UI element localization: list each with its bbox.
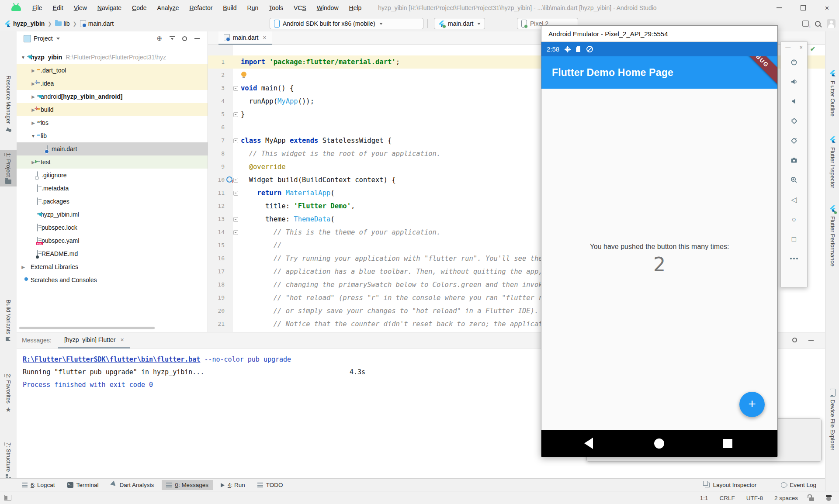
caret-position[interactable]: 1:1 xyxy=(700,495,708,501)
more-icon[interactable] xyxy=(790,254,798,263)
overview-icon[interactable]: □ xyxy=(790,235,798,243)
volume-up-icon[interactable] xyxy=(790,77,798,86)
stripe-tab-device-file-explorer[interactable]: Device File Explorer xyxy=(825,389,839,450)
menu-vcs[interactable]: VCS xyxy=(288,4,312,11)
menu-code[interactable]: Code xyxy=(127,4,152,11)
tree-row-external-libraries[interactable]: ▶External Libraries xyxy=(17,260,208,273)
rotate-right-icon[interactable] xyxy=(790,136,798,145)
line-endings[interactable]: CRLF xyxy=(719,495,735,501)
back-icon[interactable] xyxy=(584,438,593,449)
menu-refactor[interactable]: Refactor xyxy=(184,4,218,11)
breadcrumb-lib[interactable]: lib xyxy=(64,20,70,27)
tree-row-hyzp-yibin[interactable]: ▼hyzp_yibin R:\FlutterProject\FlutterPro… xyxy=(17,51,208,64)
line-number[interactable]: 14 xyxy=(208,226,225,239)
override-marker-icon[interactable] xyxy=(226,176,232,183)
tool-window-switcher-icon[interactable] xyxy=(4,495,11,501)
unlock-icon[interactable] xyxy=(809,497,814,501)
tab-main-dart[interactable]: main.dart × xyxy=(218,31,272,45)
toolwindow-dart-analysis[interactable]: Dart Analysis xyxy=(107,480,159,490)
menu-view[interactable]: View xyxy=(69,4,92,11)
tree-down-arrow-icon[interactable]: ▼ xyxy=(29,134,37,138)
close-tab-icon[interactable]: × xyxy=(263,34,266,41)
toolwindow-event-log[interactable]: Event Log xyxy=(777,480,821,490)
emulator-title-bar[interactable]: Android Emulator - Pixel_2_API_29:5554 xyxy=(541,26,777,42)
profile-avatar[interactable] xyxy=(827,19,836,28)
run-config-combo[interactable]: main.dart xyxy=(434,18,485,29)
fold-marker-icon[interactable] xyxy=(233,191,238,196)
toolwindow-0-messages[interactable]: 0: Messages xyxy=(162,480,213,490)
tree-row-main-dart[interactable]: main.dart xyxy=(17,142,208,155)
zoom-icon[interactable] xyxy=(790,176,798,184)
line-number[interactable]: 19 xyxy=(208,291,225,304)
indent-setting[interactable]: 2 spaces xyxy=(774,495,798,501)
menu-edit[interactable]: Edit xyxy=(48,4,69,11)
breadcrumb-project[interactable]: hyzp_yibin xyxy=(13,20,45,27)
tree-right-arrow-icon[interactable]: ▶ xyxy=(29,94,37,99)
highlighting-level-icon[interactable] xyxy=(825,495,832,501)
menu-tools[interactable]: Tools xyxy=(263,4,288,11)
search-everywhere-icon[interactable] xyxy=(815,21,821,27)
line-number[interactable]: 4 xyxy=(208,95,225,108)
line-number[interactable]: 18 xyxy=(208,278,225,291)
tree-row-android[interactable]: ▶android [hyzp_yibin_android] xyxy=(17,90,208,103)
volume-down-icon[interactable] xyxy=(790,97,798,106)
menu-run[interactable]: Run xyxy=(242,4,264,11)
menu-file[interactable]: File xyxy=(27,4,48,11)
fold-marker-icon[interactable] xyxy=(233,178,238,183)
restore-button[interactable] xyxy=(791,0,815,16)
intention-bulb-icon[interactable] xyxy=(241,72,246,77)
project-view-selector[interactable]: Project xyxy=(34,35,53,42)
settings-icon[interactable] xyxy=(792,338,797,342)
tree-row-hyzp-yibin-iml[interactable]: hyzp_yibin.iml xyxy=(17,208,208,221)
line-number[interactable]: 9 xyxy=(208,160,225,173)
stripe-tab-flutter-outline[interactable]: Flutter Outline xyxy=(825,70,839,117)
chevron-down-icon[interactable] xyxy=(56,38,60,40)
line-number[interactable]: 10 xyxy=(208,173,225,186)
tree-row--gitignore[interactable]: .gitignore xyxy=(17,169,208,182)
stripe-tab-flutter-inspector[interactable]: Flutter Inspector xyxy=(825,136,839,188)
line-number[interactable]: 7 xyxy=(208,134,225,147)
tree-row-ios[interactable]: ▶ios xyxy=(17,116,208,129)
tree-right-arrow-icon[interactable]: ▶ xyxy=(29,68,37,73)
line-number[interactable]: 5 xyxy=(208,108,225,121)
stripe-tab-flutter-performance[interactable]: Flutter Performance xyxy=(825,205,839,266)
home-icon[interactable]: ○ xyxy=(790,215,798,224)
line-number[interactable]: 6 xyxy=(208,121,225,134)
close-tab-icon[interactable]: × xyxy=(121,336,124,343)
stripe-tab-1-project[interactable]: 1: Project xyxy=(0,150,17,186)
stripe-tab-resource-manager[interactable]: Resource Manager xyxy=(0,73,17,135)
rotate-left-icon[interactable] xyxy=(790,117,798,125)
back-icon[interactable]: ◁ xyxy=(790,195,798,204)
toolwindow-6-logcat[interactable]: 6: Logcat xyxy=(17,480,59,490)
tree-right-arrow-icon[interactable]: ▶ xyxy=(29,121,37,125)
toolwindow-terminal[interactable]: Terminal xyxy=(63,480,103,490)
tree-row-pubspec-lock[interactable]: pubspec.lock xyxy=(17,221,208,234)
menu-help[interactable]: Help xyxy=(344,4,367,11)
tree-row--packages[interactable]: .packages xyxy=(17,195,208,208)
tree-row-build[interactable]: ▶build xyxy=(17,103,208,116)
menu-navigate[interactable]: Navigate xyxy=(92,4,127,11)
overview-icon[interactable] xyxy=(723,439,732,448)
flutter-console-tab[interactable]: [hyzp_yibin] Flutter × xyxy=(58,332,130,349)
horizontal-scrollbar[interactable] xyxy=(19,327,155,329)
tree-row--idea[interactable]: ▶.idea xyxy=(17,77,208,90)
minimize-button[interactable] xyxy=(767,0,791,16)
stripe-tab-build-variants[interactable]: Build Variants xyxy=(0,297,17,344)
line-number[interactable]: 12 xyxy=(208,200,225,213)
fold-marker-icon[interactable] xyxy=(233,86,238,91)
screenshot-icon[interactable] xyxy=(790,156,798,165)
device-selector-combo[interactable]: Android SDK built for x86 (mobile) xyxy=(270,18,423,29)
settings-icon[interactable] xyxy=(182,36,187,41)
line-number[interactable]: 3 xyxy=(208,82,225,95)
hide-panel-icon[interactable] xyxy=(194,38,200,39)
menu-build[interactable]: Build xyxy=(218,4,242,11)
menu-analyze[interactable]: Analyze xyxy=(152,4,184,11)
sync-project-icon[interactable] xyxy=(802,21,809,27)
power-icon[interactable] xyxy=(790,58,798,66)
fold-marker-icon[interactable] xyxy=(233,112,238,117)
tree-row--metadata[interactable]: .metadata xyxy=(17,182,208,195)
menu-window[interactable]: Window xyxy=(312,4,344,11)
tree-row-lib[interactable]: ▼lib xyxy=(17,129,208,142)
hide-panel-icon[interactable] xyxy=(808,340,814,341)
line-number[interactable]: 16 xyxy=(208,252,225,265)
